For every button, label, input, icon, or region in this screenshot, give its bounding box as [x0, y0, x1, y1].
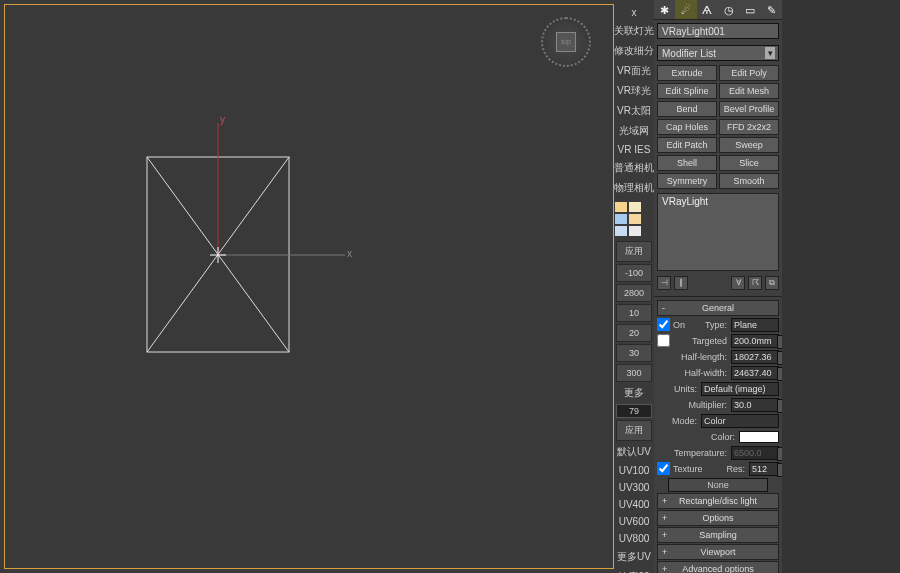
swatch[interactable] [615, 214, 627, 224]
btn-slice[interactable]: Slice [719, 155, 779, 171]
viewport[interactable]: y x top [4, 4, 614, 569]
viewcube-face[interactable]: top [556, 32, 576, 52]
targeted-label: Targeted [673, 336, 731, 346]
texture-checkbox[interactable] [657, 462, 670, 475]
units-dropdown[interactable]: Default (image) [701, 382, 779, 396]
command-panel-tabs: ✱ ☄ Ѧ ◷ ▭ ✎ [654, 0, 782, 20]
axis-y-label: y [220, 114, 225, 125]
color-label: Color: [657, 432, 739, 442]
stack-item[interactable]: VRayLight [662, 196, 774, 207]
viewcube[interactable]: top [541, 17, 591, 67]
swatch[interactable] [615, 202, 627, 212]
tab-utilities-icon[interactable]: ✎ [761, 0, 782, 19]
btn-cap-holes[interactable]: Cap Holes [657, 119, 717, 135]
rollout-area[interactable]: General On Type: Plane Targeted 200.0mm … [654, 296, 782, 573]
stack-tools: ⊣ ∥ ∀ ☈ ⧉ [657, 276, 779, 290]
btn-sweep[interactable]: Sweep [719, 137, 779, 153]
type-label: Type: [693, 320, 731, 330]
mid-item-link-light[interactable]: 关联灯光 [614, 21, 654, 41]
on-checkbox[interactable] [657, 318, 670, 331]
multiplier-value[interactable]: 30.0 [731, 398, 779, 412]
type-dropdown[interactable]: Plane [731, 318, 779, 332]
val-10[interactable]: 10 [616, 304, 652, 322]
more-uv[interactable]: 更多UV [614, 547, 654, 567]
uv-800[interactable]: UV800 [614, 530, 654, 547]
mid-item-vr-sphere[interactable]: VR球光 [614, 81, 654, 101]
close-x[interactable]: x [614, 4, 654, 21]
units-label: Units: [657, 384, 701, 394]
mode-dropdown[interactable]: Color [701, 414, 779, 428]
val-2800[interactable]: 2800 [616, 284, 652, 302]
mid-column: x 关联灯光 修改细分 VR面光 VR球光 VR太阳 光域网 VR IES 普通… [614, 0, 654, 573]
color-swatches [614, 198, 654, 240]
res-value[interactable]: 512 [749, 462, 779, 476]
btn-bevel-profile[interactable]: Bevel Profile [719, 101, 779, 117]
uv-100[interactable]: UV100 [614, 462, 654, 479]
mid-item-vr-area[interactable]: VR面光 [614, 61, 654, 81]
btn-edit-patch[interactable]: Edit Patch [657, 137, 717, 153]
object-name-input[interactable]: VRayLight001 [657, 23, 779, 39]
modifier-stack[interactable]: VRayLight [657, 193, 779, 271]
modifier-list-dropdown[interactable]: Modifier List [657, 45, 779, 61]
mid-item-phys-camera[interactable]: 物理相机 [614, 178, 654, 198]
half-length-value[interactable]: 18027.36 [731, 350, 779, 364]
remove-modifier-icon[interactable]: ☈ [748, 276, 762, 290]
mid-item-ies-web[interactable]: 光域网 [614, 121, 654, 141]
targeted-checkbox[interactable] [657, 334, 670, 347]
btn-symmetry[interactable]: Symmetry [657, 173, 717, 189]
val-300[interactable]: 300 [616, 364, 652, 382]
btn-smooth[interactable]: Smooth [719, 173, 779, 189]
tab-modify-icon[interactable]: ☄ [675, 0, 696, 19]
texture-label: Texture [673, 464, 709, 474]
val-30[interactable]: 30 [616, 344, 652, 362]
rollout-rect[interactable]: Rectangle/disc light [657, 493, 779, 509]
mid-item-camera[interactable]: 普通相机 [614, 158, 654, 178]
tab-hierarchy-icon[interactable]: Ѧ [697, 0, 718, 19]
half-width-value[interactable]: 24637.40 [731, 366, 779, 380]
viewport-drawing: y x [5, 5, 613, 568]
lk-20[interactable]: 轮廓20 [614, 567, 654, 573]
rollout-general[interactable]: General [657, 300, 779, 316]
res-label: Res: [709, 464, 749, 474]
btn-edit-spline[interactable]: Edit Spline [657, 83, 717, 99]
pin-stack-icon[interactable]: ⊣ [657, 276, 671, 290]
rollout-sampling[interactable]: Sampling [657, 527, 779, 543]
tab-create-icon[interactable]: ✱ [654, 0, 675, 19]
tab-motion-icon[interactable]: ◷ [718, 0, 739, 19]
swatch[interactable] [615, 226, 627, 236]
swatch[interactable] [629, 202, 641, 212]
more-label[interactable]: 更多 [614, 383, 654, 403]
multiplier-label: Multiplier: [657, 400, 731, 410]
uv-default[interactable]: 默认UV [614, 442, 654, 462]
uv-300[interactable]: UV300 [614, 479, 654, 496]
rollout-options[interactable]: Options [657, 510, 779, 526]
btn-edit-poly[interactable]: Edit Poly [719, 65, 779, 81]
apply-button-1[interactable]: 应用 [616, 241, 652, 262]
mid-item-vr-ies[interactable]: VR IES [614, 141, 654, 158]
val-20[interactable]: 20 [616, 324, 652, 342]
mid-item-vr-sun[interactable]: VR太阳 [614, 101, 654, 121]
rollout-advanced[interactable]: Advanced options [657, 561, 779, 573]
uv-600[interactable]: UV600 [614, 513, 654, 530]
color-swatch[interactable] [739, 431, 779, 443]
texture-none-button[interactable]: None [668, 478, 768, 492]
show-end-result-icon[interactable]: ∥ [674, 276, 688, 290]
val-neg100[interactable]: -100 [616, 264, 652, 282]
swatch[interactable] [629, 226, 641, 236]
btn-edit-mesh[interactable]: Edit Mesh [719, 83, 779, 99]
btn-bend[interactable]: Bend [657, 101, 717, 117]
on-label: On [673, 320, 693, 330]
uv-400[interactable]: UV400 [614, 496, 654, 513]
rollout-viewport[interactable]: Viewport [657, 544, 779, 560]
tab-display-icon[interactable]: ▭ [739, 0, 760, 19]
more-input[interactable]: 79 [616, 404, 652, 418]
mid-item-modify-subdiv[interactable]: 修改细分 [614, 41, 654, 61]
targeted-value[interactable]: 200.0mm [731, 334, 779, 348]
configure-sets-icon[interactable]: ⧉ [765, 276, 779, 290]
apply-button-2[interactable]: 应用 [616, 420, 652, 441]
btn-ffd[interactable]: FFD 2x2x2 [719, 119, 779, 135]
make-unique-icon[interactable]: ∀ [731, 276, 745, 290]
btn-shell[interactable]: Shell [657, 155, 717, 171]
btn-extrude[interactable]: Extrude [657, 65, 717, 81]
swatch[interactable] [629, 214, 641, 224]
